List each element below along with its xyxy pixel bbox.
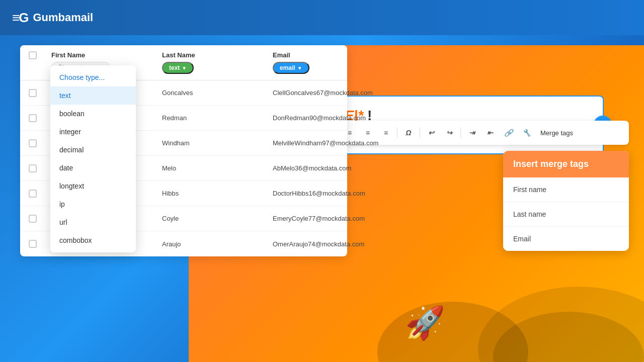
merge-option-email[interactable]: Email: [503, 227, 629, 251]
dropdown-header-item[interactable]: Choose type...: [50, 68, 136, 86]
row-checkbox-3[interactable]: [29, 164, 37, 172]
justify-btn[interactable]: ≡: [378, 125, 394, 141]
td-email-2: MelvilleWindham97@mockdata.com: [267, 133, 347, 153]
td-lastname-5: Coyle: [156, 209, 267, 228]
indent-btn[interactable]: ⇥: [464, 125, 480, 141]
dropdown-item-combobox[interactable]: combobox: [50, 231, 136, 249]
th-email: Email email ▼: [267, 51, 347, 74]
td-email-3: AbMelo36@mockdata.com: [267, 158, 347, 178]
last-name-column-header: Last Name text ▼: [162, 51, 261, 74]
row-checkbox-4[interactable]: [29, 190, 37, 198]
email-badge-text: email: [280, 64, 295, 71]
last-name-dropdown-arrow: ▼: [182, 65, 187, 71]
outdent-btn[interactable]: ⇤: [482, 125, 498, 141]
redo-btn[interactable]: ↪: [441, 125, 457, 141]
toolbar-sep-2: [397, 128, 397, 138]
td-lastname-6: Araujo: [156, 234, 267, 254]
row-checkbox-0[interactable]: [29, 89, 37, 97]
logo-text: Gumbamail: [33, 11, 93, 24]
td-checkbox-6: [20, 234, 45, 254]
td-email-5: EmeryCoyle77@mockdata.com: [267, 209, 347, 228]
select-all-checkbox[interactable]: [29, 51, 37, 59]
th-checkbox: [20, 51, 45, 74]
td-email-1: DonRedman90@mockdata.com: [267, 108, 347, 128]
header: ≡G Gumbamail: [0, 0, 644, 35]
dropdown-item-text[interactable]: text: [50, 86, 136, 105]
align-right-btn[interactable]: ≡: [360, 125, 376, 141]
td-lastname-4: Hibbs: [156, 184, 267, 203]
rocket-decoration: 🚀: [405, 304, 445, 342]
dropdown-item-url[interactable]: url: [50, 213, 136, 231]
first-name-label: First Name: [51, 51, 150, 59]
row-checkbox-5[interactable]: [29, 215, 37, 223]
omega-btn[interactable]: Ω: [400, 125, 417, 141]
toolbar-sep-4: [460, 128, 461, 138]
td-email-0: ClellGoncalves67@mockdata.com: [267, 83, 347, 103]
dropdown-items-list: textbooleanintegerdecimaldatelongtextipu…: [50, 86, 136, 249]
logo-icon: ≡G: [12, 10, 28, 26]
td-checkbox-1: [20, 108, 45, 128]
td-checkbox-3: [20, 158, 45, 178]
last-name-badge-text: text: [169, 64, 180, 71]
td-checkbox-5: [20, 209, 45, 229]
row-checkbox-1[interactable]: [29, 114, 37, 122]
merge-tags-btn[interactable]: Merge tags: [536, 127, 577, 139]
email-label: Email: [273, 51, 341, 59]
image-btn[interactable]: 🔧: [518, 125, 534, 141]
logo: ≡G Gumbamail: [12, 10, 93, 26]
td-checkbox-0: [20, 83, 45, 103]
merge-option-first-name[interactable]: First name: [503, 177, 629, 202]
merge-options-list: First nameLast nameEmail: [503, 177, 629, 251]
th-last-name: Last Name text ▼: [156, 51, 267, 74]
dropdown-item-boolean[interactable]: boolean: [50, 105, 136, 123]
last-name-type-btn[interactable]: text ▼: [162, 62, 194, 74]
email-dropdown-arrow: ▼: [297, 65, 302, 71]
row-checkbox-6[interactable]: [29, 240, 37, 248]
email-column-header: Email email ▼: [273, 51, 341, 74]
dropdown-item-decimal[interactable]: decimal: [50, 141, 136, 159]
td-checkbox-2: [20, 133, 45, 153]
toolbar-sep-3: [420, 128, 420, 138]
td-lastname-1: Redman: [156, 108, 267, 128]
row-checkbox-2[interactable]: [29, 139, 37, 147]
dropdown-header-label: Choose type...: [59, 73, 105, 81]
merge-panel: Insert merge tags First nameLast nameEma…: [503, 151, 629, 251]
td-lastname-0: Goncalves: [156, 83, 267, 103]
dropdown-item-longtext[interactable]: longtext: [50, 177, 136, 195]
td-email-6: OmerAraujo74@mockdata.com: [267, 234, 347, 254]
td-lastname-2: Windham: [156, 133, 267, 153]
td-email-4: DoctorHibbs16@mockdata.com: [267, 184, 347, 203]
td-checkbox-4: [20, 184, 45, 204]
merge-panel-title: Insert merge tags: [503, 151, 629, 177]
last-name-label: Last Name: [162, 51, 261, 59]
dropdown-item-integer[interactable]: integer: [50, 123, 136, 141]
undo-btn[interactable]: ↩: [423, 125, 439, 141]
dropdown-item-date[interactable]: date: [50, 159, 136, 177]
type-dropdown-menu: Choose type... textbooleanintegerdecimal…: [50, 65, 136, 252]
link-btn[interactable]: 🔗: [500, 125, 516, 141]
merge-option-last-name[interactable]: Last name: [503, 202, 629, 227]
email-type-btn[interactable]: email ▼: [273, 62, 309, 74]
td-lastname-3: Melo: [156, 158, 267, 178]
dropdown-item-ip[interactable]: ip: [50, 195, 136, 213]
